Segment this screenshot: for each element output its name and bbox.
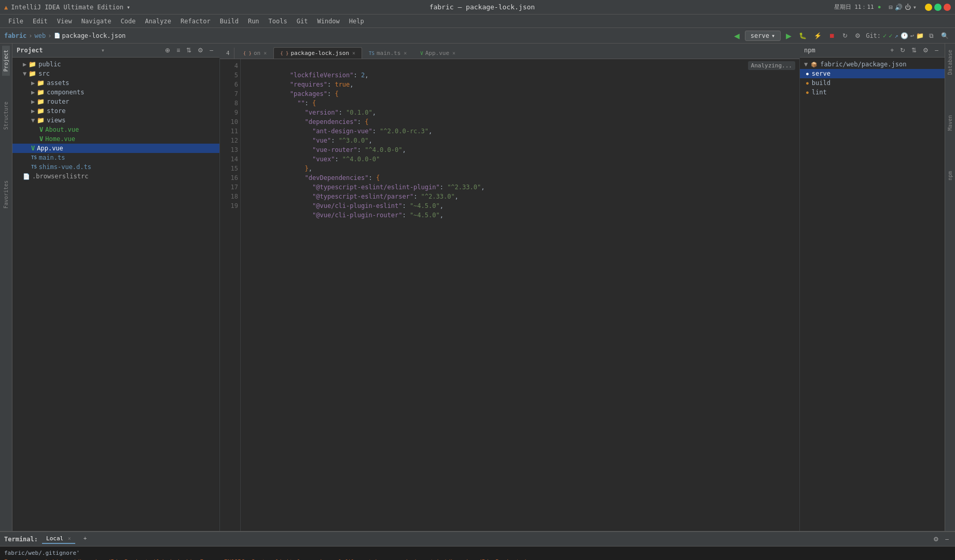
npm-folder-item[interactable]: ▼ 📦 fabric/web/package.json [800,60,945,69]
git-status: Git: ✓ ✓ ↗ 🕐 ↩ 📁 [866,32,924,39]
npm-script-serve[interactable]: ● serve [800,69,945,78]
tree-item-public[interactable]: ▶ 📁 public [12,60,219,69]
terminal-header: Terminal: Local × + ⚙ – [0,532,955,547]
tab-lock-close[interactable]: × [352,50,355,56]
npm-close-btn[interactable]: – [933,46,940,55]
debug-btn[interactable]: 🐛 [797,31,809,40]
tree-item-main-ts[interactable]: TS main.ts [12,153,219,162]
terminal-gear-btn[interactable]: ⚙ [931,535,941,544]
code-line-4: "lockfileVersion": 2, [245,61,795,71]
menu-edit[interactable]: Edit [29,17,52,26]
terminal-add-tab[interactable]: + [79,534,91,544]
npm-script-build[interactable]: ● build [800,78,945,88]
maximize-button[interactable] [934,4,942,11]
tab-app-vue[interactable]: V App.vue × [413,47,462,59]
database-side-label[interactable]: Database [946,46,954,79]
menu-refactor[interactable]: Refactor [176,17,215,26]
favorites-side-label[interactable]: Favorites [2,176,10,213]
tab-package-lock[interactable]: { } package-lock.json × [273,47,362,59]
terminal-content[interactable]: fabric/web/.gitignore' Error from chokid… [0,547,955,560]
menu-help[interactable]: Help [345,17,368,26]
menu-window[interactable]: Window [313,17,343,26]
tree-item-assets[interactable]: ▶ 📁 assets [12,78,219,88]
npm-refresh-btn[interactable]: ↻ [898,46,907,55]
tree-item-shims-vue[interactable]: TS shims-vue.d.ts [12,162,219,172]
structure-side-label[interactable]: Structure [2,97,10,134]
menu-tools[interactable]: Tools [265,17,292,26]
settings-btn[interactable]: ⚙ [853,31,863,40]
tab-on[interactable]: { } on × [237,47,274,59]
breadcrumb-file[interactable]: package-lock.json [62,32,126,39]
tree-header-actions: ⊕ ≡ ⇅ ⚙ – [163,46,215,55]
code-editor[interactable]: "lockfileVersion": 2, "requires": true, … [241,59,799,531]
file-icon-main: TS [31,155,37,160]
menu-git[interactable]: Git [293,17,312,26]
terminal-minimize-btn[interactable]: – [943,535,951,544]
npm-bullet-serve: ● [806,72,809,76]
breadcrumb-icon: 📄 [54,33,60,38]
folder-icon-src: 📁 [29,70,36,77]
tree-close-btn[interactable]: – [207,46,215,55]
tree-label-assets: assets [47,79,69,87]
menu-navigate[interactable]: Navigate [77,17,116,26]
run-btn[interactable]: ▶ [784,31,794,41]
tab-app-close[interactable]: × [452,50,455,56]
tree-sort-btn[interactable]: ⇅ [184,46,193,55]
serve-dropdown-icon: ▾ [771,32,775,39]
minimize-button[interactable] [925,4,932,11]
serve-label: serve [751,32,769,39]
menu-run[interactable]: Run [244,17,264,26]
tree-content: ▶ 📁 public ▼ 📁 src ▶ 📁 assets ▶ 📁 compon… [12,58,219,531]
npm-side-label[interactable]: npm [946,167,954,185]
stop-btn[interactable]: ⏹ [827,31,837,40]
tree-locate-btn[interactable]: ⊕ [163,46,172,55]
tree-item-app-vue[interactable]: V App.vue [12,144,219,153]
maven-side-label[interactable]: Maven [946,111,954,135]
tree-item-components[interactable]: ▶ 📁 components [12,88,219,97]
split-btn[interactable]: ⧉ [927,31,936,40]
npm-gear-btn[interactable]: ⚙ [921,46,931,55]
menu-view[interactable]: View [53,17,76,26]
menu-build[interactable]: Build [216,17,243,26]
tree-item-store[interactable]: ▶ 📁 store [12,106,219,116]
terminal-line-2: Error from chokidar (/home/sxy/IdeaProje… [4,557,951,560]
tree-item-about-vue[interactable]: V About.vue [12,125,219,134]
tab-main-close[interactable]: × [404,50,407,56]
menu-analyze[interactable]: Analyze [141,17,175,26]
breadcrumb-web[interactable]: web [35,32,46,39]
tree-label-components: components [47,89,84,96]
menu-code[interactable]: Code [117,17,140,26]
app-dropdown-icon[interactable]: ▾ [127,4,130,11]
tree-item-src[interactable]: ▼ 📁 src [12,69,219,78]
tree-item-views[interactable]: ▼ 📁 views [12,116,219,125]
file-icon-app: V [31,145,35,152]
tree-label-about-vue: About.vue [45,126,79,133]
npm-lint-label: lint [812,89,827,96]
tree-collapse-btn[interactable]: ≡ [174,46,182,55]
terminal-tab-local[interactable]: Local × [42,534,75,544]
tab-main-ts[interactable]: TS main.ts × [362,47,413,59]
reload-btn[interactable]: ↻ [840,31,850,40]
git-folder-icon: 📁 [916,32,924,39]
attach-btn[interactable]: ⚡ [812,31,824,40]
terminal-local-close[interactable]: × [68,536,71,541]
tree-item-home-vue[interactable]: V Home.vue [12,134,219,144]
search-btn[interactable]: 🔍 [939,31,951,40]
serve-run-btn[interactable]: serve ▾ [745,31,781,41]
terminal-text-1: fabric/web/.gitignore' [4,550,80,556]
tab-on-close[interactable]: × [264,50,267,56]
navigate-back-btn[interactable]: ◀ [732,31,742,41]
breadcrumb-sep1: › [29,32,32,39]
close-button[interactable] [944,4,951,11]
tree-item-browserslistrc[interactable]: 📄 .browserslistrc [12,172,219,181]
npm-script-lint[interactable]: ● lint [800,88,945,97]
npm-sort-btn[interactable]: ⇅ [909,46,919,55]
project-side-label[interactable]: Project [2,46,10,76]
tree-gear-btn[interactable]: ⚙ [196,46,205,55]
breadcrumb-fabric[interactable]: fabric [4,32,26,39]
git-check2-icon: ✓ [889,32,892,39]
tree-item-router[interactable]: ▶ 📁 router [12,97,219,106]
editor-content[interactable]: 4 5 6 7 8 9 10 11 12 13 14 15 16 17 18 1… [220,59,799,531]
npm-add-btn[interactable]: + [888,46,896,55]
menu-file[interactable]: File [4,17,27,26]
